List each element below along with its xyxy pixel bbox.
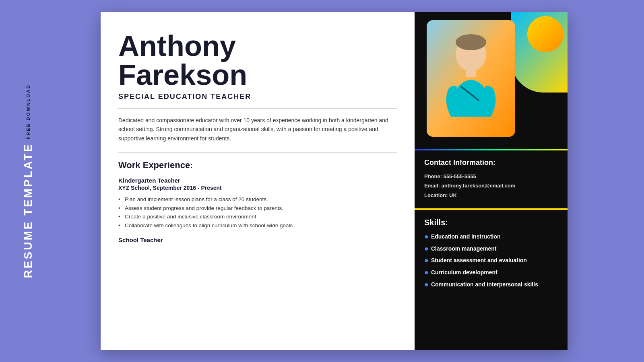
skill-4: ● Curriculum development [424, 269, 558, 277]
contact-section: Contact Information: Phone: 555-555-5555… [415, 150, 568, 208]
resume-card: Anthony Farekson SPECIAL EDUCATION TEACH… [101, 12, 568, 350]
right-panel: Contact Information: Phone: 555-555-5555… [415, 12, 568, 350]
contact-location: Location: UK [424, 191, 558, 200]
contact-phone: Phone: 555-555-5555 [424, 172, 558, 181]
bullet-2: Assess student progress and provide regu… [118, 204, 397, 213]
svg-rect-3 [466, 69, 476, 77]
skills-section: Skills: ● Education and instruction ● Cl… [415, 210, 568, 300]
free-download-text: FREE DOWNLOAD [26, 84, 31, 139]
divider-1 [118, 108, 397, 109]
side-label: FREE DOWNLOAD RESUME TEMPLATE [0, 0, 56, 362]
person-svg [427, 20, 515, 137]
job-1-meta: XYZ School, September 2016 - Present [118, 185, 397, 191]
skills-title: Skills: [424, 218, 558, 227]
name-block: Anthony Farekson SPECIAL EDUCATION TEACH… [118, 31, 397, 101]
job-1-title: Kindergarten Teacher [118, 177, 397, 184]
bullet-3: Create a positive and inclusive classroo… [118, 212, 397, 221]
skill-dot-2: ● [424, 245, 429, 252]
contact-email: Email: anthony.farekson@email.com [424, 181, 558, 190]
svg-point-2 [456, 34, 486, 50]
job-title: SPECIAL EDUCATION TEACHER [118, 93, 397, 101]
job-1-bullets: Plan and implement lesson plans for a cl… [118, 195, 397, 230]
full-name: Anthony Farekson [118, 31, 397, 89]
skill-dot-5: ● [424, 281, 429, 288]
summary-text: Dedicated and compassionate educator wit… [118, 116, 397, 143]
bullet-1: Plan and implement lesson plans for a cl… [118, 195, 397, 204]
deco-circle [527, 16, 564, 52]
profile-photo [427, 20, 515, 137]
skill-dot-3: ● [424, 257, 429, 264]
divider-2 [118, 152, 397, 153]
work-experience-title: Work Experience: [118, 160, 397, 171]
skill-1: ● Education and instruction [424, 233, 558, 241]
photo-area [415, 12, 568, 149]
resume-template-text: RESUME TEMPLATE [22, 143, 35, 278]
skill-2: ● Classroom management [424, 245, 558, 253]
bullet-4: Collaborate with colleagues to align cur… [118, 221, 397, 230]
left-panel: Anthony Farekson SPECIAL EDUCATION TEACH… [101, 12, 415, 350]
skill-dot-4: ● [424, 269, 429, 276]
skill-5: ● Communication and interpersonal skills [424, 281, 558, 289]
contact-title: Contact Information: [424, 158, 558, 167]
skill-dot-1: ● [424, 233, 429, 240]
skill-3: ● Student assessment and evaluation [424, 257, 558, 265]
school-teacher-title: School Teacher [118, 237, 397, 243]
